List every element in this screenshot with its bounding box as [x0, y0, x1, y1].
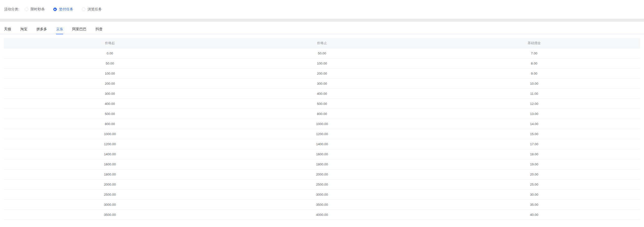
cell-price-from: 1800.00 [4, 169, 216, 179]
tab-alibaba[interactable]: 阿里巴巴 [72, 27, 86, 34]
cell-price-to: 1800.00 [216, 159, 428, 169]
table-row: 800.001000.0014.00 [4, 119, 640, 129]
commission-table-wrap: 价格起价格止基础佣金 0.0050.007.0050.00100.008.001… [4, 38, 640, 220]
radio-selected-icon [53, 8, 57, 11]
tab-pinduoduo[interactable]: 拼多多 [36, 27, 47, 34]
cell-price-to: 3500.00 [216, 200, 428, 210]
commission-table: 价格起价格止基础佣金 0.0050.007.0050.00100.008.001… [4, 38, 640, 220]
cell-price-to: 3000.00 [216, 189, 428, 200]
cell-price-to: 2000.00 [216, 169, 428, 179]
table-row: 1600.001800.0019.00 [4, 159, 640, 169]
cell-base-commission: 7.00 [428, 48, 640, 58]
cell-base-commission: 9.00 [428, 68, 640, 78]
cell-price-to: 300.00 [216, 78, 428, 89]
cell-base-commission: 20.00 [428, 169, 640, 179]
table-header-row: 价格起价格止基础佣金 [4, 38, 640, 48]
radio-browse-task[interactable]: 浏览任务 [82, 7, 102, 12]
table-row: 400.00500.0012.00 [4, 99, 640, 109]
radio-flash-sale[interactable]: 限时秒杀 [25, 7, 45, 12]
cell-price-from: 3500.00 [4, 210, 216, 220]
cell-price-to: 400.00 [216, 89, 428, 99]
table-row: 1000.001200.0015.00 [4, 129, 640, 139]
cell-price-from: 1200.00 [4, 139, 216, 149]
table-row: 300.00400.0011.00 [4, 89, 640, 99]
cell-base-commission: 14.00 [428, 119, 640, 129]
cell-base-commission: 25.00 [428, 179, 640, 189]
table-row: 3500.004000.0040.00 [4, 210, 640, 220]
cell-price-to: 1400.00 [216, 139, 428, 149]
cell-price-to: 2500.00 [216, 179, 428, 189]
cell-price-from: 800.00 [4, 119, 216, 129]
radio-label-flash-sale: 限时秒杀 [31, 7, 45, 12]
cell-base-commission: 8.00 [428, 58, 640, 68]
cell-price-from: 400.00 [4, 99, 216, 109]
radio-unselected-icon [25, 8, 28, 11]
cell-price-to: 200.00 [216, 68, 428, 78]
table-row: 0.0050.007.00 [4, 48, 640, 58]
cell-price-to: 1200.00 [216, 129, 428, 139]
cell-price-from: 0.00 [4, 48, 216, 58]
col-header-price-to: 价格止 [216, 38, 428, 48]
cell-price-from: 300.00 [4, 89, 216, 99]
cell-base-commission: 40.00 [428, 210, 640, 220]
cell-price-to: 1000.00 [216, 119, 428, 129]
table-row: 100.00200.009.00 [4, 68, 640, 78]
platform-tabs: 天猫淘宝拼多多京东阿里巴巴抖音 [0, 22, 644, 34]
col-header-base-commission: 基础佣金 [428, 38, 640, 48]
table-row: 500.00800.0013.00 [4, 109, 640, 119]
tab-jd[interactable]: 京东 [56, 27, 63, 34]
radio-label-advance-task: 垫付任务 [59, 7, 73, 12]
cell-price-from: 1400.00 [4, 149, 216, 159]
cell-price-from: 2000.00 [4, 179, 216, 189]
activity-category-label: 活动分类: [4, 7, 19, 12]
table-row: 2500.003000.0030.00 [4, 189, 640, 200]
cell-base-commission: 18.00 [428, 149, 640, 159]
cell-price-from: 50.00 [4, 58, 216, 68]
table-row: 3000.003500.0035.00 [4, 200, 640, 210]
table-row: 200.00300.0010.00 [4, 78, 640, 89]
cell-base-commission: 35.00 [428, 200, 640, 210]
cell-price-from: 100.00 [4, 68, 216, 78]
radio-unselected-icon [82, 8, 85, 11]
cell-price-to: 50.00 [216, 48, 428, 58]
table-body: 0.0050.007.0050.00100.008.00100.00200.00… [4, 48, 640, 220]
cell-price-to: 4000.00 [216, 210, 428, 220]
activity-filter-bar: 活动分类: 限时秒杀垫付任务浏览任务 [0, 0, 644, 19]
radio-label-browse-task: 浏览任务 [88, 7, 102, 12]
cell-price-to: 800.00 [216, 109, 428, 119]
radio-advance-task[interactable]: 垫付任务 [53, 7, 73, 12]
cell-price-from: 3000.00 [4, 200, 216, 210]
cell-base-commission: 13.00 [428, 109, 640, 119]
cell-price-from: 2500.00 [4, 189, 216, 200]
cell-base-commission: 10.00 [428, 78, 640, 89]
cell-base-commission: 17.00 [428, 139, 640, 149]
cell-base-commission: 19.00 [428, 159, 640, 169]
cell-price-to: 1600.00 [216, 149, 428, 159]
section-divider [0, 19, 644, 22]
tab-douyin[interactable]: 抖音 [95, 27, 103, 34]
cell-price-from: 200.00 [4, 78, 216, 89]
table-row: 1800.002000.0020.00 [4, 169, 640, 179]
table-row: 2000.002500.0025.00 [4, 179, 640, 189]
cell-price-to: 100.00 [216, 58, 428, 68]
cell-price-to: 500.00 [216, 99, 428, 109]
cell-price-from: 1000.00 [4, 129, 216, 139]
table-row: 1400.001600.0018.00 [4, 149, 640, 159]
cell-base-commission: 15.00 [428, 129, 640, 139]
cell-base-commission: 12.00 [428, 99, 640, 109]
activity-category-radio-group: 限时秒杀垫付任务浏览任务 [25, 7, 110, 12]
cell-base-commission: 30.00 [428, 189, 640, 200]
table-row: 50.00100.008.00 [4, 58, 640, 68]
tab-tmall[interactable]: 天猫 [4, 27, 11, 34]
cell-price-from: 1600.00 [4, 159, 216, 169]
cell-base-commission: 11.00 [428, 89, 640, 99]
table-row: 1200.001400.0017.00 [4, 139, 640, 149]
tab-taobao[interactable]: 淘宝 [20, 27, 27, 34]
cell-price-from: 500.00 [4, 109, 216, 119]
col-header-price-from: 价格起 [4, 38, 216, 48]
